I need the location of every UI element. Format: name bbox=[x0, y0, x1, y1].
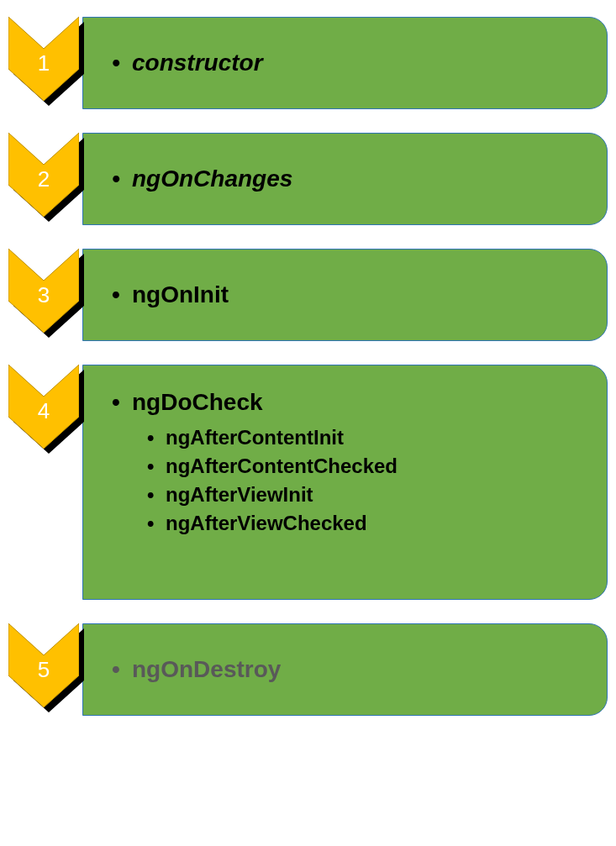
step-content-2: ngOnChanges bbox=[82, 133, 608, 225]
step-content-3: ngOnInit bbox=[82, 249, 608, 341]
step-row-2: 2 ngOnChanges bbox=[8, 133, 608, 225]
step-list: constructor bbox=[112, 50, 583, 76]
step-label-text: ngDoCheck bbox=[132, 389, 263, 415]
step-row-1: 1 constructor bbox=[8, 17, 608, 109]
step-content-5: ngOnDestroy bbox=[82, 623, 608, 716]
step-row-3: 3 ngOnInit bbox=[8, 249, 608, 341]
step-list: ngOnInit bbox=[112, 281, 583, 308]
step-row-5: 5 ngOnDestroy bbox=[8, 623, 608, 716]
step-number: 1 bbox=[8, 50, 79, 76]
sub-step-label: ngAfterViewChecked bbox=[147, 512, 583, 535]
step-number: 5 bbox=[8, 657, 79, 683]
chevron-badge-1: 1 bbox=[8, 17, 84, 109]
step-content-1: constructor bbox=[82, 17, 608, 109]
sub-step-label: ngAfterContentInit bbox=[147, 426, 583, 449]
step-label: ngOnInit bbox=[112, 281, 583, 308]
step-list: ngDoCheck ngAfterContentInit ngAfterCont… bbox=[112, 389, 583, 540]
step-label: constructor bbox=[112, 50, 583, 76]
step-row-4: 4 ngDoCheck ngAfterContentInit ngAfterCo… bbox=[8, 365, 608, 600]
step-label: ngOnDestroy bbox=[112, 656, 583, 683]
step-sublist: ngAfterContentInit ngAfterContentChecked… bbox=[147, 426, 583, 535]
chevron-badge-5: 5 bbox=[8, 623, 84, 716]
step-content-4: ngDoCheck ngAfterContentInit ngAfterCont… bbox=[82, 365, 608, 600]
chevron-badge-2: 2 bbox=[8, 133, 84, 225]
step-label: ngDoCheck ngAfterContentInit ngAfterCont… bbox=[112, 389, 583, 535]
chevron-badge-4: 4 bbox=[8, 365, 84, 457]
step-label: ngOnChanges bbox=[112, 166, 583, 192]
step-list: ngOnDestroy bbox=[112, 656, 583, 683]
step-number: 4 bbox=[8, 398, 79, 424]
step-number: 2 bbox=[8, 166, 79, 192]
sub-step-label: ngAfterViewInit bbox=[147, 483, 583, 507]
sub-step-label: ngAfterContentChecked bbox=[147, 455, 583, 478]
chevron-badge-3: 3 bbox=[8, 249, 84, 341]
step-list: ngOnChanges bbox=[112, 166, 583, 192]
step-number: 3 bbox=[8, 282, 79, 308]
